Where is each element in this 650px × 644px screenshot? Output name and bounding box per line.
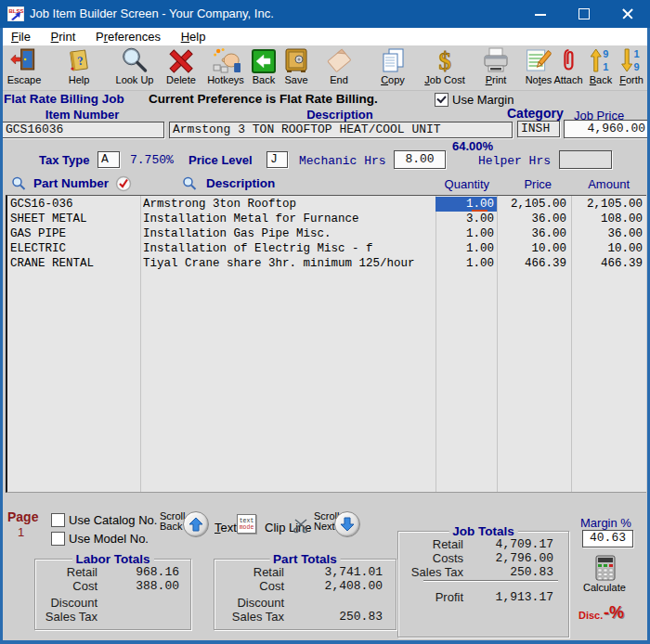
help-button[interactable]: ? Help bbox=[67, 46, 91, 85]
close-button[interactable] bbox=[613, 0, 644, 28]
cell-price[interactable]: 10.00 bbox=[498, 241, 566, 256]
cell-amount[interactable]: 466.39 bbox=[572, 256, 643, 271]
safe-icon bbox=[284, 46, 308, 73]
maximize-button[interactable] bbox=[569, 0, 601, 28]
look-up-button[interactable]: Look Up bbox=[116, 46, 154, 85]
part-retail-label: Retail bbox=[254, 565, 284, 579]
table-row[interactable]: ELECTRIC Installation of Electrig Misc -… bbox=[7, 241, 646, 256]
cell-amount[interactable]: 108.00 bbox=[572, 212, 643, 226]
table-row[interactable]: SHEET METAL Installation Metal for Furna… bbox=[7, 212, 646, 226]
disc-percent-icon[interactable]: -% bbox=[604, 603, 624, 623]
job-cost-button[interactable]: $ Job Cost bbox=[424, 46, 464, 85]
cell-qty[interactable]: 1.00 bbox=[436, 256, 497, 271]
cell-qty[interactable]: 1.00 bbox=[436, 241, 497, 256]
description-field[interactable]: Armstong 3 TON ROOFTOP HEAT/COOL UNIT bbox=[169, 122, 513, 138]
menu-preferences[interactable]: Preferences bbox=[87, 28, 169, 45]
cell-desc[interactable]: Tiyal Crane share 3hr. minimum 125/hour bbox=[143, 256, 434, 271]
item-number-field[interactable]: GCS16036 bbox=[2, 122, 164, 138]
record-back-button[interactable]: 9 1 Back bbox=[590, 46, 612, 85]
margin-field[interactable]: 40.63 bbox=[582, 530, 633, 547]
calculate-button[interactable] bbox=[594, 555, 617, 585]
delete-button[interactable]: Delete bbox=[166, 46, 196, 85]
use-margin-checkbox[interactable] bbox=[435, 93, 448, 107]
cell-price[interactable]: 36.00 bbox=[498, 226, 566, 241]
cell-amount[interactable]: 10.00 bbox=[572, 241, 643, 256]
record-forth-button[interactable]: 1 9 Forth bbox=[619, 46, 644, 85]
job-profit-value: 1,913.17 bbox=[496, 590, 553, 604]
labor-cost-value: 388.00 bbox=[136, 579, 179, 593]
amount-header: Amount bbox=[565, 177, 630, 191]
scissors-icon[interactable] bbox=[292, 518, 311, 534]
hotkeys-button[interactable]: Hotkeys bbox=[207, 46, 244, 85]
category-field[interactable]: INSH bbox=[517, 121, 560, 137]
page-label: Page bbox=[7, 509, 38, 524]
attach-button[interactable]: Attach bbox=[553, 46, 582, 85]
mechanic-hrs-field[interactable]: 8.00 bbox=[394, 150, 446, 169]
calculate-label: Calculate bbox=[583, 582, 626, 593]
paperclip-icon bbox=[553, 46, 582, 73]
cell-desc[interactable]: Installation Metal for Furnance bbox=[143, 212, 434, 226]
scroll-back-button[interactable] bbox=[183, 511, 209, 537]
cell-qty[interactable]: 1.00 bbox=[436, 226, 497, 241]
scroll-next-button[interactable] bbox=[334, 511, 360, 537]
menu-print[interactable]: Print bbox=[43, 28, 84, 45]
part-number-header: Part Number bbox=[33, 176, 109, 190]
table-row[interactable]: GAS PIPE Installation Gas Pipe Misc. 1.0… bbox=[7, 226, 646, 241]
save-button[interactable]: Save bbox=[284, 46, 308, 85]
printer-icon bbox=[481, 46, 511, 73]
delete-x-icon bbox=[166, 46, 196, 73]
cell-desc[interactable]: Installation Gas Pipe Misc. bbox=[143, 226, 434, 241]
cell-part[interactable]: GAS PIPE bbox=[10, 226, 138, 241]
hotkeys-hand-icon bbox=[207, 46, 244, 73]
text-button[interactable]: Text bbox=[214, 521, 237, 535]
cell-qty[interactable]: 3.00 bbox=[436, 212, 497, 226]
verify-check-icon[interactable] bbox=[115, 175, 132, 192]
notes-button[interactable]: Notes bbox=[526, 46, 552, 85]
totals-divider bbox=[423, 580, 558, 581]
svg-text:9: 9 bbox=[603, 48, 608, 59]
minimize-button[interactable] bbox=[526, 0, 557, 28]
price-level-field[interactable]: J bbox=[266, 151, 288, 168]
end-button[interactable]: End bbox=[324, 46, 354, 85]
billing-mode-label: Flat Rate Billing Job bbox=[4, 92, 124, 106]
cell-amount[interactable]: 36.00 bbox=[572, 226, 643, 241]
cell-qty-selected[interactable]: 1.00 bbox=[436, 197, 497, 212]
use-catalog-checkbox[interactable] bbox=[51, 513, 65, 527]
job-price-field[interactable]: 4,960.00 bbox=[564, 120, 650, 138]
cell-part[interactable]: CRANE RENTAL bbox=[10, 256, 138, 271]
svg-text:1: 1 bbox=[633, 48, 639, 59]
window-border bbox=[0, 28, 3, 644]
cell-part[interactable]: ELECTRIC bbox=[10, 241, 138, 256]
menu-help[interactable]: Help bbox=[173, 28, 214, 45]
table-row[interactable]: GCS16-036 Armstrong 3ton Rooftop 1.00 2,… bbox=[7, 197, 646, 212]
helper-hrs-field[interactable] bbox=[559, 150, 612, 169]
print-button[interactable]: Print bbox=[481, 46, 511, 85]
magnifier-icon bbox=[116, 46, 154, 73]
escape-button[interactable]: Escape bbox=[7, 46, 42, 85]
notes-pad-icon bbox=[526, 46, 552, 73]
description-search-icon[interactable] bbox=[182, 176, 197, 191]
copy-button[interactable]: Copy bbox=[380, 46, 406, 85]
cell-desc[interactable]: Installation of Electrig Misc - f bbox=[143, 241, 434, 256]
disc-label[interactable]: Disc. bbox=[578, 610, 603, 621]
text-mode-icon[interactable]: text mode bbox=[237, 514, 256, 534]
cell-price[interactable]: 466.39 bbox=[498, 256, 566, 271]
menu-file[interactable]: File bbox=[3, 28, 39, 45]
back-button[interactable]: Back bbox=[252, 46, 276, 85]
use-model-checkbox[interactable] bbox=[51, 532, 65, 546]
cell-desc[interactable]: Armstrong 3ton Rooftop bbox=[143, 197, 434, 212]
job-retail-label: Retail bbox=[433, 537, 463, 551]
job-profit-label: Profit bbox=[436, 590, 463, 604]
part-search-icon[interactable] bbox=[11, 176, 26, 191]
cell-part[interactable]: GCS16-036 bbox=[10, 197, 138, 212]
table-row[interactable]: CRANE RENTAL Tiyal Crane share 3hr. mini… bbox=[7, 256, 646, 271]
cell-amount[interactable]: 2,105.00 bbox=[572, 197, 643, 212]
tax-type-field[interactable]: A bbox=[98, 151, 120, 168]
page-number: 1 bbox=[18, 525, 24, 539]
category-label: Category bbox=[507, 106, 564, 121]
cell-price[interactable]: 36.00 bbox=[498, 212, 566, 226]
cell-price[interactable]: 2,105.00 bbox=[498, 197, 566, 212]
job-totals-box: Job Totals Retail 4,709.17 Costs 2,796.0… bbox=[397, 531, 569, 638]
window-title: Job Item Builder Screen - Your Company, … bbox=[30, 0, 274, 28]
cell-part[interactable]: SHEET METAL bbox=[10, 212, 138, 226]
